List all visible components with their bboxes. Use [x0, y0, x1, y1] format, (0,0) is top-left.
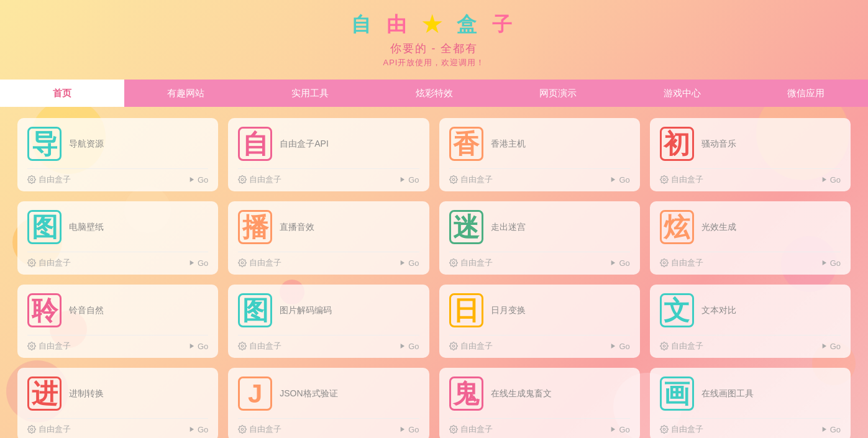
- card-source: 自由盒子: [449, 424, 493, 435]
- card-go-button[interactable]: Go: [187, 175, 208, 185]
- svg-point-6: [452, 262, 455, 264]
- card-top: 文 文本对比: [660, 293, 841, 327]
- card-go-button[interactable]: Go: [187, 425, 208, 434]
- nav-effects[interactable]: 炫彩特效: [372, 80, 496, 107]
- card-char: 图: [27, 210, 62, 244]
- card-footer: 自由盒子 Go: [238, 335, 419, 352]
- card-go-button[interactable]: Go: [820, 425, 841, 434]
- svg-point-10: [452, 345, 455, 347]
- card-top: 进 进制转换: [27, 376, 208, 411]
- card-item[interactable]: 炫 光效生成 自由盒子 Go: [650, 201, 851, 275]
- card-char: 进: [27, 376, 62, 411]
- gear-icon: [27, 258, 36, 267]
- nav-wechat[interactable]: 微信应用: [744, 80, 868, 107]
- card-title: 进制转换: [69, 388, 104, 399]
- card-top: 自 自由盒子API: [238, 127, 419, 161]
- card-top: 初 骚动音乐: [660, 127, 841, 161]
- card-item[interactable]: 迷 走出迷宫 自由盒子 Go: [439, 201, 640, 275]
- card-item[interactable]: 聆 铃音自然 自由盒子 Go: [17, 285, 218, 358]
- gear-icon: [238, 258, 247, 267]
- card-source: 自由盒子: [27, 257, 71, 268]
- card-title: JSON格式验证: [280, 388, 337, 399]
- card-item[interactable]: 自 自由盒子API 自由盒子 Go: [228, 118, 429, 191]
- card-go-button[interactable]: Go: [187, 342, 208, 351]
- card-title: 骚动音乐: [701, 139, 736, 150]
- card-title: 导航资源: [69, 139, 104, 150]
- site-title: 自 由 ★ 盒 子: [0, 11, 868, 39]
- card-go-button[interactable]: Go: [398, 342, 419, 351]
- card-title: 光效生成: [701, 222, 736, 233]
- site-subtitle: 你要的 - 全都有: [0, 41, 868, 56]
- card-title: 在线生成鬼畜文: [491, 388, 552, 399]
- card-title: 香港主机: [491, 139, 526, 150]
- site-header: 自 由 ★ 盒 子 你要的 - 全都有 API开放使用，欢迎调用！: [0, 0, 868, 80]
- play-icon: [820, 258, 828, 267]
- card-title: 走出迷宫: [491, 222, 526, 233]
- card-go-button[interactable]: Go: [608, 342, 629, 351]
- card-item[interactable]: 导 导航资源 自由盒子 Go: [17, 118, 218, 191]
- card-item[interactable]: 图 电脑壁纸 自由盒子 Go: [17, 201, 218, 275]
- card-item[interactable]: 文 文本对比 自由盒子 Go: [650, 285, 851, 358]
- go-label: Go: [619, 258, 629, 268]
- card-go-button[interactable]: Go: [187, 258, 208, 268]
- source-label: 自由盒子: [249, 340, 281, 352]
- card-go-button[interactable]: Go: [398, 175, 419, 185]
- card-title: 自由盒子API: [280, 139, 329, 150]
- card-top: J JSON格式验证: [238, 376, 419, 411]
- svg-point-2: [452, 178, 455, 181]
- nav-games[interactable]: 游戏中心: [620, 80, 744, 107]
- card-char: 香: [449, 127, 483, 161]
- card-source: 自由盒子: [27, 424, 71, 435]
- play-icon: [187, 258, 196, 267]
- card-item[interactable]: 日 日月变换 自由盒子 Go: [439, 285, 640, 358]
- card-go-button[interactable]: Go: [398, 425, 419, 434]
- card-item[interactable]: 画 在线画图工具 自由盒子 Go: [650, 368, 851, 438]
- card-char: 炫: [660, 210, 694, 244]
- play-icon: [187, 342, 196, 350]
- gear-icon: [27, 342, 36, 350]
- card-char: 初: [660, 127, 694, 161]
- card-char: 迷: [449, 210, 483, 244]
- card-source: 自由盒子: [449, 257, 493, 268]
- card-item[interactable]: J JSON格式验证 自由盒子 Go: [228, 368, 429, 438]
- card-item[interactable]: 播 直播音效 自由盒子 Go: [228, 201, 429, 275]
- card-go-button[interactable]: Go: [398, 258, 419, 268]
- go-label: Go: [408, 258, 419, 268]
- card-go-button[interactable]: Go: [608, 175, 629, 185]
- card-top: 画 在线画图工具: [660, 376, 841, 411]
- play-icon: [398, 258, 406, 267]
- card-top: 导 导航资源: [27, 127, 208, 161]
- nav-interesting[interactable]: 有趣网站: [124, 80, 249, 107]
- card-go-button[interactable]: Go: [608, 425, 629, 434]
- play-icon: [820, 425, 828, 434]
- go-label: Go: [830, 342, 841, 351]
- card-item[interactable]: 图 图片解码编码 自由盒子 Go: [228, 285, 429, 358]
- go-label: Go: [408, 425, 419, 434]
- play-icon: [820, 342, 828, 350]
- card-title: 电脑壁纸: [69, 222, 104, 233]
- play-icon: [608, 425, 617, 434]
- source-label: 自由盒子: [460, 257, 493, 268]
- card-go-button[interactable]: Go: [820, 258, 841, 268]
- card-top: 炫 光效生成: [660, 210, 841, 244]
- svg-point-12: [30, 428, 33, 431]
- card-go-button[interactable]: Go: [820, 175, 841, 185]
- title-char-2: 由: [386, 13, 411, 35]
- card-title: 文本对比: [701, 305, 736, 316]
- svg-point-9: [242, 345, 244, 347]
- nav-tools[interactable]: 实用工具: [248, 80, 372, 107]
- nav-home[interactable]: 首页: [0, 80, 124, 107]
- nav-demo[interactable]: 网页演示: [496, 80, 620, 107]
- card-item[interactable]: 香 香港主机 自由盒子 Go: [439, 118, 640, 191]
- card-char: 画: [660, 376, 694, 411]
- card-top: 迷 走出迷宫: [449, 210, 630, 244]
- card-item[interactable]: 进 进制转换 自由盒子 Go: [17, 368, 218, 438]
- card-go-button[interactable]: Go: [820, 342, 841, 351]
- card-footer: 自由盒子 Go: [660, 335, 841, 352]
- svg-point-4: [30, 262, 33, 264]
- card-char: 日: [449, 293, 483, 327]
- go-label: Go: [408, 342, 419, 351]
- card-go-button[interactable]: Go: [608, 258, 629, 268]
- card-item[interactable]: 鬼 在线生成鬼畜文 自由盒子 Go: [439, 368, 640, 438]
- card-item[interactable]: 初 骚动音乐 自由盒子 Go: [650, 118, 851, 191]
